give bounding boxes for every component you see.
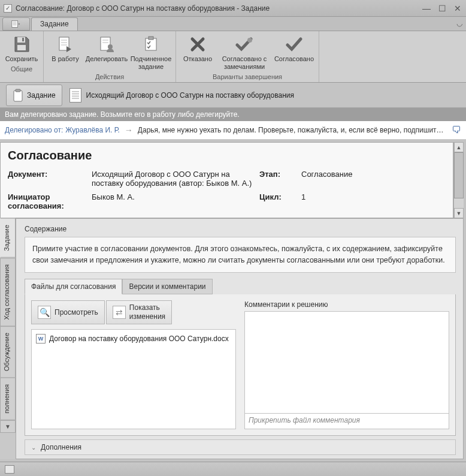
file-list: W Договор на поставку оборудования ООО С… xyxy=(31,329,236,429)
cycle-label: Цикл: xyxy=(259,191,301,214)
subtask-button[interactable]: Подчиненное задание xyxy=(129,32,173,72)
svg-rect-11 xyxy=(16,89,20,92)
group-title-common: Общие xyxy=(2,64,41,74)
delegation-name[interactable]: Журавлёва И. Р. xyxy=(65,126,120,134)
additions-expander[interactable]: ⌄ Дополнения xyxy=(25,439,456,455)
ribbon-tabs: Задание ◡ xyxy=(0,17,466,31)
ribbon-collapse-icon[interactable]: ◡ xyxy=(456,19,462,28)
titlebar-check-icon: ✓ xyxy=(4,4,12,13)
file-menu-button[interactable] xyxy=(2,17,30,31)
svg-rect-1 xyxy=(17,37,25,43)
ribbon-group-common: Сохранить Общие xyxy=(0,31,44,82)
cycle-value: 1 xyxy=(301,191,446,214)
stage-label: Этап: xyxy=(259,168,301,191)
show-changes-button[interactable]: ⇄ Показатьизменения xyxy=(106,300,172,324)
sidetab-discuss[interactable]: Обсуждение xyxy=(0,326,16,378)
approval-card: Согласование Документ: Исходящий Договор… xyxy=(0,142,453,218)
ribbon: Сохранить Общие В работу Делегировать xyxy=(0,31,466,83)
svg-rect-3 xyxy=(22,38,24,41)
save-button[interactable]: Сохранить xyxy=(2,32,41,64)
minimize-button[interactable]: — xyxy=(422,4,431,13)
check-icon xyxy=(285,35,304,54)
close-button[interactable]: ✕ xyxy=(453,4,462,13)
status-icon[interactable] xyxy=(5,465,14,474)
task-tab-button[interactable]: Задание xyxy=(6,85,62,106)
svg-point-9 xyxy=(247,38,252,43)
content-area: Согласование Документ: Исходящий Договор… xyxy=(0,140,466,462)
document-icon xyxy=(69,88,81,103)
card-scrollbar[interactable]: ▲ ▼ xyxy=(453,142,464,218)
delegate-button[interactable]: Делегировать xyxy=(84,32,129,72)
ribbon-tab-task[interactable]: Задание xyxy=(31,17,78,31)
magnifier-icon: 🔍 xyxy=(38,306,51,319)
svg-point-6 xyxy=(108,44,113,49)
approved-button[interactable]: Согласовано xyxy=(272,32,316,72)
delegation-row: Делегировано от: Журавлёва И. Р. → Дарья… xyxy=(0,121,466,140)
info-strip: Вам делегировано задание. Возьмите его в… xyxy=(0,108,466,121)
group-title-actions: Действия xyxy=(46,72,173,82)
initiator-label: Инициатор согласования: xyxy=(8,191,92,214)
sidetab-extra[interactable]: полнения xyxy=(0,378,16,420)
document-play-icon xyxy=(56,35,75,54)
ribbon-group-actions: В работу Делегировать Подчиненное задани… xyxy=(44,31,176,82)
svg-rect-2 xyxy=(17,45,26,50)
floppy-icon xyxy=(12,35,31,54)
group-title-completion: Варианты завершения xyxy=(178,72,316,82)
word-file-icon: W xyxy=(36,334,46,344)
window-title: Согласование: Договор с ООО Сатурн на по… xyxy=(16,4,422,13)
delegation-label: Делегировано от: xyxy=(5,126,63,134)
sidetab-expand-icon[interactable]: ▼ xyxy=(0,420,16,433)
subtab-versions[interactable]: Версии и комментарии xyxy=(122,279,212,294)
svg-rect-10 xyxy=(14,91,22,101)
lower-main: Содержание Примите участие в согласовани… xyxy=(16,218,464,459)
document-value: Исходящий Договор с ООО Сатурн на постав… xyxy=(92,168,259,191)
maximize-button[interactable]: ☐ xyxy=(437,4,447,13)
check-note-icon xyxy=(235,35,254,54)
card-title: Согласование xyxy=(8,149,446,162)
checklist-icon xyxy=(141,35,161,54)
document-tab[interactable]: Исходящий Договор с ООО Сатурн на постав… xyxy=(69,88,294,103)
chevron-down-icon: ⌄ xyxy=(31,444,36,451)
refused-button[interactable]: Отказано xyxy=(178,32,217,72)
scroll-up-icon[interactable]: ▲ xyxy=(454,142,464,152)
document-label: Документ: xyxy=(8,168,92,191)
doc-tabbar: Задание Исходящий Договор с ООО Сатурн н… xyxy=(0,83,466,108)
comments-label: Комментарии к решению xyxy=(244,300,449,309)
lower-panel: Задание Ход согласования Обсуждение полн… xyxy=(0,218,464,459)
approved-remarks-button[interactable]: Согласовано с замечаниями xyxy=(217,32,272,72)
subtabs: Файлы для согласования Версии и коммента… xyxy=(25,279,456,294)
svg-rect-0 xyxy=(12,20,18,27)
svg-rect-7 xyxy=(146,38,156,50)
side-tabs: Задание Ход согласования Обсуждение полн… xyxy=(0,218,16,459)
stage-value: Согласование xyxy=(301,168,446,191)
scroll-down-icon[interactable]: ▼ xyxy=(454,208,464,218)
instruction-text: Примите участие в согласовании документо… xyxy=(25,237,456,273)
ribbon-group-completion: Отказано Согласовано с замечаниями Согла… xyxy=(176,31,319,82)
titlebar: ✓ Согласование: Договор с ООО Сатурн на … xyxy=(0,0,466,17)
delegation-message: Дарья, мне нужно уехать по делам. Провер… xyxy=(138,126,446,134)
subtab-files[interactable]: Файлы для согласования xyxy=(25,279,122,294)
sidetab-task[interactable]: Задание xyxy=(0,218,16,258)
file-row[interactable]: W Договор на поставку оборудования ООО С… xyxy=(34,332,233,345)
view-button[interactable]: 🔍 Просмотреть xyxy=(31,300,105,324)
statusbar xyxy=(0,462,466,476)
document-person-icon xyxy=(97,35,116,54)
to-work-button[interactable]: В работу xyxy=(46,32,84,72)
arrow-right-icon: → xyxy=(125,125,133,135)
clipboard-icon xyxy=(13,89,23,102)
subpanel: 🔍 Просмотреть ⇄ Показатьизменения xyxy=(25,294,456,436)
comments-textarea[interactable] xyxy=(244,311,449,414)
sidetab-flow[interactable]: Ход согласования xyxy=(0,258,16,326)
attach-file-field[interactable]: Прикрепить файл комментария xyxy=(244,414,449,429)
svg-rect-8 xyxy=(149,37,153,40)
compare-icon: ⇄ xyxy=(113,306,126,319)
content-title: Содержание xyxy=(25,225,456,233)
initiator-value: Быков М. А. xyxy=(92,191,259,214)
cross-icon xyxy=(188,35,207,54)
comment-icon[interactable]: 🗨 xyxy=(452,125,461,135)
app-window: ✓ Согласование: Договор с ООО Сатурн на … xyxy=(0,0,466,476)
